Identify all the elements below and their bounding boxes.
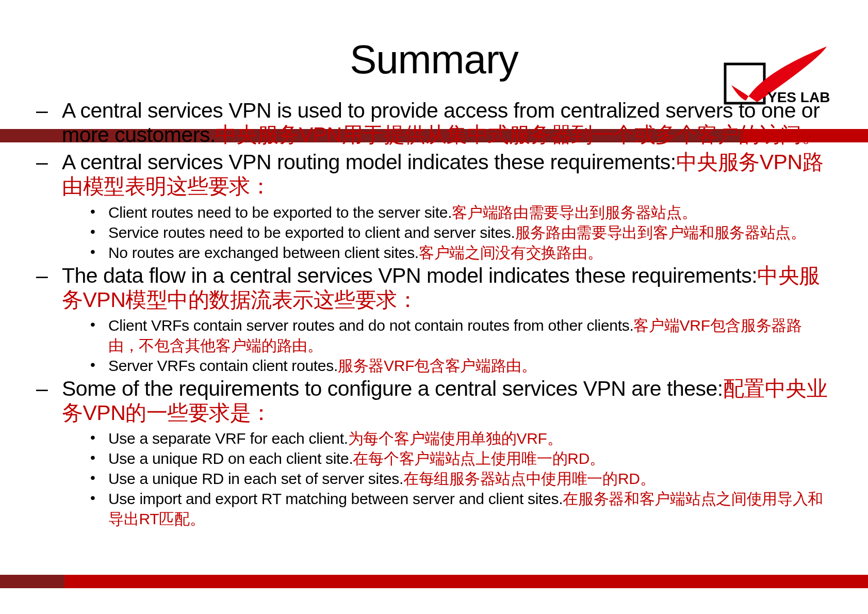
bullet-level2: • Server VRFs contain client routes.服务器V… <box>88 356 832 376</box>
bullet-level2: • Service routes need to be exported to … <box>88 222 832 243</box>
text-cn: 在每组服务器站点中使用唯一的RD。 <box>403 470 655 487</box>
sub-list: • Client VRFs contain server routes and … <box>36 315 832 376</box>
bullet-level2: • Use import and export RT matching betw… <box>88 489 832 529</box>
text-en: Server VRFs contain client routes. <box>108 357 338 374</box>
text-en: Client routes need to be exported to the… <box>108 204 452 221</box>
text-cn: 中央服务VPN用于提供从集中式服务器到一个或多个客户的访问。 <box>216 123 822 147</box>
text-en: Use a unique RD in each set of server si… <box>108 470 403 487</box>
slide-title: Summary <box>36 36 832 83</box>
text-en: The data flow in a central services VPN … <box>62 264 757 287</box>
bullet-level2: • Use a unique RD in each set of server … <box>88 468 832 489</box>
bullet-level1: – A central services VPN is used to prov… <box>36 99 832 147</box>
text-cn: 在每个客户端站点上使用唯一的RD。 <box>353 450 604 467</box>
body-content: – A central services VPN is used to prov… <box>36 99 832 529</box>
text-en: Use import and export RT matching betwee… <box>108 490 563 507</box>
text-en: A central services VPN routing model ind… <box>62 150 676 174</box>
bullet-level1: – Some of the requirements to configure … <box>36 377 832 425</box>
bullet-level2: • Client VRFs contain server routes and … <box>88 315 832 356</box>
text-en: Use a unique RD on each client site. <box>108 450 353 467</box>
text-en: No routes are exchanged between client s… <box>108 244 419 261</box>
text-en: Service routes need to be exported to cl… <box>108 224 515 241</box>
text-cn: 服务路由需要导出到客户端和服务器站点。 <box>515 224 806 241</box>
text-cn: 客户端之间没有交换路由。 <box>419 244 602 261</box>
text-cn: 客户端路由需要导出到服务器站点。 <box>452 204 697 221</box>
bullet-level2: • Use a separate VRF for each client.为每个… <box>88 428 832 448</box>
slide: YES LAB Summary – A central services VPN… <box>0 0 868 614</box>
text-cn: 为每个客户端使用单独的VRF。 <box>348 430 563 447</box>
text-cn: 服务器VRF包含客户端路由。 <box>338 357 537 374</box>
bullet-level2: • No routes are exchanged between client… <box>88 243 832 263</box>
text-en: Use a separate VRF for each client. <box>108 430 348 447</box>
bullet-level2: • Use a unique RD on each client site.在每… <box>88 448 832 468</box>
decorative-bar-bottom <box>0 575 868 588</box>
sub-list: • Client routes need to be exported to t… <box>36 202 832 263</box>
bullet-level1: – A central services VPN routing model i… <box>36 150 832 199</box>
text-en: Client VRFs contain server routes and do… <box>108 317 633 334</box>
bullet-level2: • Client routes need to be exported to t… <box>88 202 832 222</box>
bullet-level1: – The data flow in a central services VP… <box>36 264 832 312</box>
text-en: Some of the requirements to configure a … <box>62 377 723 400</box>
sub-list: • Use a separate VRF for each client.为每个… <box>36 428 832 529</box>
